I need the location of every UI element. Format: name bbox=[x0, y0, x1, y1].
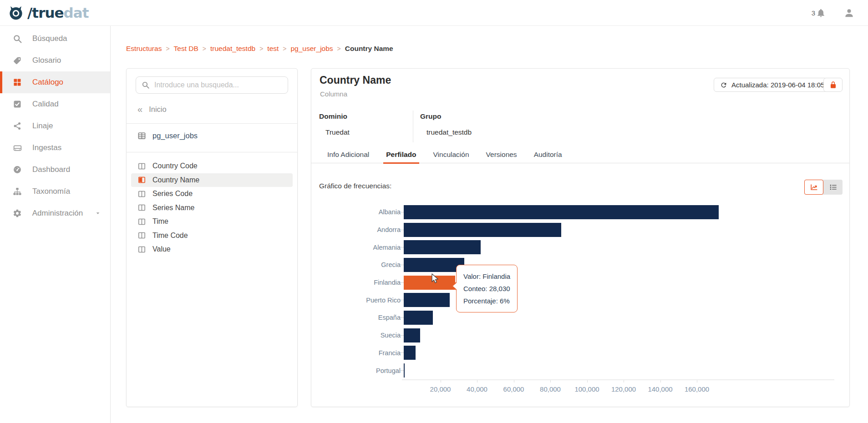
sidebar-item-busqueda[interactable]: Búsqueda bbox=[0, 28, 110, 50]
field-value-dominio: Truedat bbox=[325, 128, 350, 136]
lock-icon bbox=[829, 81, 837, 89]
mouse-cursor bbox=[430, 273, 441, 287]
column-item-value[interactable]: Value bbox=[131, 242, 293, 257]
column-item-series-name[interactable]: Series Name bbox=[131, 201, 293, 215]
breadcrumb-current: Country Name bbox=[345, 45, 393, 53]
sidebar-item-taxonomia[interactable]: Taxonomía bbox=[0, 181, 110, 202]
user-menu-icon[interactable] bbox=[844, 8, 854, 18]
sidebar-item-label: Búsqueda bbox=[32, 34, 67, 43]
column-icon bbox=[137, 176, 146, 184]
refresh-updated-button[interactable]: Actualizada: 2019-06-04 18:05 bbox=[714, 78, 831, 92]
chart-category-label: Alemania bbox=[311, 244, 401, 251]
tab-versiones[interactable]: Versiones bbox=[486, 151, 517, 163]
breadcrumb-separator: > bbox=[337, 45, 341, 52]
lock-button[interactable] bbox=[823, 78, 843, 92]
chart-view-button[interactable] bbox=[804, 180, 823, 195]
list-icon bbox=[829, 183, 838, 191]
field-label-grupo: Grupo bbox=[420, 112, 442, 121]
top-header: /truedat 3 bbox=[0, 0, 868, 26]
x-axis-tick-label: 80,000 bbox=[540, 385, 561, 393]
columns-list: Country CodeCountry NameSeries CodeSerie… bbox=[131, 159, 293, 257]
breadcrumb-link-test-db[interactable]: Test DB bbox=[174, 45, 198, 53]
tab-info-adicional[interactable]: Info Adicional bbox=[327, 151, 369, 163]
list-view-button[interactable] bbox=[823, 180, 843, 195]
chart-category-label: Portugal bbox=[311, 367, 401, 374]
tab-perfilado[interactable]: Perfilado bbox=[386, 151, 416, 163]
updated-label: Actualizada: 2019-06-04 18:05 bbox=[731, 81, 824, 89]
double-chevron-left-icon: « bbox=[137, 104, 142, 115]
table-item-pg-user-jobs[interactable]: pg_user_jobs bbox=[137, 131, 198, 140]
structure-detail-panel: Country Name Columna Actualizada: 2019-0… bbox=[311, 68, 850, 407]
sidebar-item-ingestas[interactable]: Ingestas bbox=[0, 137, 110, 159]
truedat-logo[interactable]: /truedat bbox=[0, 4, 88, 21]
sidebar-item-linaje[interactable]: Linaje bbox=[0, 115, 110, 137]
sidebar-item-label: Catálogo bbox=[32, 78, 63, 87]
content-area: Estructuras>Test DB>truedat_testdb>test>… bbox=[111, 26, 868, 423]
column-icon bbox=[137, 203, 146, 212]
chart-bar-alemania[interactable] bbox=[404, 240, 481, 254]
breadcrumb-link-pg-user-jobs[interactable]: pg_user_jobs bbox=[291, 45, 333, 53]
column-item-country-code[interactable]: Country Code bbox=[131, 159, 293, 173]
column-icon bbox=[137, 162, 146, 171]
chart-category-label: Puerto Rico bbox=[311, 297, 401, 304]
structure-search-input[interactable] bbox=[154, 81, 282, 89]
chart-category-label: Andorra bbox=[311, 226, 401, 233]
breadcrumb-link-truedat-testdb[interactable]: truedat_testdb bbox=[210, 45, 255, 53]
chart-bar-francia[interactable] bbox=[404, 346, 416, 360]
chart-bar-andorra[interactable] bbox=[404, 223, 561, 237]
chart-category-label: Suecia bbox=[311, 332, 401, 339]
owl-logo-icon bbox=[7, 4, 25, 21]
sidebar-item-label: Administración bbox=[32, 209, 83, 218]
chart-bar-grecia[interactable] bbox=[404, 258, 464, 272]
x-axis-tick-label: 120,000 bbox=[611, 385, 636, 393]
tab-vinculacion[interactable]: Vinculación bbox=[433, 151, 469, 163]
field-value-grupo: truedat_testdb bbox=[426, 128, 472, 136]
bell-icon bbox=[816, 8, 826, 18]
chart-row: Andorra bbox=[311, 221, 842, 239]
chart-category-label: Finlandia bbox=[311, 279, 401, 286]
sidebar-item-calidad[interactable]: Calidad bbox=[0, 93, 110, 115]
chart-bar-portugal[interactable] bbox=[404, 363, 405, 378]
chart-x-axis bbox=[402, 379, 834, 380]
column-item-time-code[interactable]: Time Code bbox=[131, 229, 293, 243]
breadcrumb-link-estructuras[interactable]: Estructuras bbox=[126, 45, 162, 53]
chart-bar-espana[interactable] bbox=[404, 311, 433, 325]
sidebar-item-dashboard[interactable]: Dashboard bbox=[0, 159, 110, 181]
chart-bar-puerto-rico[interactable] bbox=[404, 293, 450, 307]
x-axis-tick bbox=[514, 380, 514, 383]
x-axis-tick-label: 20,000 bbox=[430, 385, 451, 393]
sidebar-item-glosario[interactable]: Glosario bbox=[0, 50, 110, 71]
x-axis-tick-label: 140,000 bbox=[648, 385, 672, 393]
breadcrumb-link-test[interactable]: test bbox=[267, 45, 279, 53]
x-axis-tick bbox=[660, 380, 661, 383]
tab-auditoria[interactable]: Auditoría bbox=[534, 151, 562, 163]
share-icon bbox=[12, 121, 22, 131]
column-item-series-code[interactable]: Series Code bbox=[131, 187, 293, 201]
frequency-bar-chart: AlbaniaAndorraAlemaniaGreciaFinlandiaPue… bbox=[311, 203, 842, 379]
sidebar-item-catalogo[interactable]: Catálogo bbox=[0, 71, 110, 93]
field-divider bbox=[413, 111, 413, 142]
drive-icon bbox=[12, 143, 22, 153]
column-item-label: Time bbox=[152, 217, 168, 226]
detail-tabs: Info AdicionalPerfiladoVinculaciónVersio… bbox=[311, 151, 849, 163]
sidebar-item-label: Ingestas bbox=[32, 143, 61, 152]
x-axis-tick bbox=[587, 380, 588, 383]
chart-category-label: Francia bbox=[311, 349, 401, 357]
chart-bar-suecia[interactable] bbox=[404, 328, 420, 342]
sidebar-item-label: Dashboard bbox=[32, 165, 70, 174]
refresh-icon bbox=[720, 81, 727, 89]
sidebar-item-administracion[interactable]: Administración bbox=[0, 202, 110, 224]
column-icon bbox=[137, 245, 146, 254]
chart-category-label: España bbox=[311, 314, 401, 321]
tags-icon bbox=[12, 56, 22, 65]
back-to-home-link[interactable]: « Inicio bbox=[137, 104, 167, 115]
column-item-time[interactable]: Time bbox=[131, 215, 293, 229]
chart-bar-albania[interactable] bbox=[404, 205, 719, 219]
notifications-button[interactable]: 3 bbox=[812, 8, 826, 18]
sidebar-item-label: Glosario bbox=[32, 56, 61, 65]
column-item-country-name[interactable]: Country Name bbox=[131, 173, 293, 187]
chart-category-tick bbox=[401, 352, 404, 353]
chart-view-toggle bbox=[804, 180, 843, 195]
structure-search-box bbox=[136, 76, 288, 94]
chart-category-tick bbox=[401, 265, 404, 265]
